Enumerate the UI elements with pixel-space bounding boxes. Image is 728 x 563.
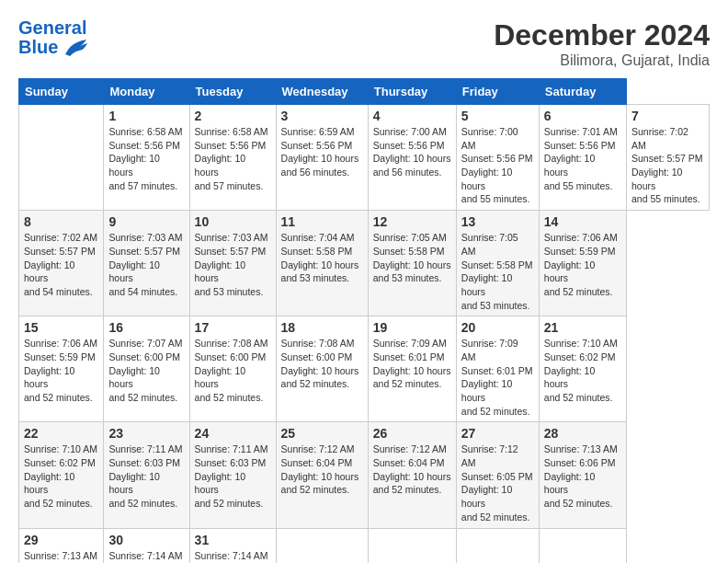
calendar-week-row: 1Sunrise: 6:58 AM Sunset: 5:56 PM Daylig… [19,105,710,211]
calendar-day-cell: 8Sunrise: 7:02 AM Sunset: 5:57 PM Daylig… [19,211,104,316]
day-info: Sunrise: 7:12 AM Sunset: 6:04 PM Dayligh… [373,442,451,497]
calendar-week-row: 15Sunrise: 7:06 AM Sunset: 5:59 PM Dayli… [19,316,710,422]
day-number: 31 [195,533,271,547]
day-info: Sunrise: 7:11 AM Sunset: 6:03 PM Dayligh… [195,442,271,510]
day-number: 20 [461,320,534,335]
day-number: 22 [24,426,98,441]
day-info: Sunrise: 7:02 AM Sunset: 5:57 PM Dayligh… [631,125,704,206]
day-info: Sunrise: 7:06 AM Sunset: 5:59 PM Dayligh… [544,231,621,298]
calendar-day-cell: 4Sunrise: 7:00 AM Sunset: 5:56 PM Daylig… [368,105,456,211]
calendar-day-cell: 17Sunrise: 7:08 AM Sunset: 6:00 PM Dayli… [189,316,276,422]
day-info: Sunrise: 7:03 AM Sunset: 5:57 PM Dayligh… [195,231,271,298]
day-number: 19 [373,320,451,335]
day-number: 9 [108,214,184,229]
day-info: Sunrise: 7:07 AM Sunset: 6:00 PM Dayligh… [108,337,184,404]
calendar-day-cell: 5Sunrise: 7:00 AM Sunset: 5:56 PM Daylig… [456,105,539,211]
calendar-day-cell: 26Sunrise: 7:12 AM Sunset: 6:04 PM Dayli… [368,422,456,528]
day-info: Sunrise: 7:04 AM Sunset: 5:58 PM Dayligh… [281,231,363,285]
location: Bilimora, Gujarat, India [494,52,710,69]
calendar-day-cell [276,528,368,563]
day-number: 21 [544,320,621,335]
day-info: Sunrise: 6:58 AM Sunset: 5:56 PM Dayligh… [108,125,184,192]
calendar-day-cell: 3Sunrise: 6:59 AM Sunset: 5:56 PM Daylig… [276,105,368,211]
month-title: December 2024 [494,18,710,52]
day-number: 10 [195,214,271,229]
calendar-day-cell: 7Sunrise: 7:02 AM Sunset: 5:57 PM Daylig… [626,105,709,211]
calendar-day-cell: 30Sunrise: 7:14 AM Sunset: 6:07 PM Dayli… [104,528,189,563]
calendar-table: SundayMondayTuesdayWednesdayThursdayFrid… [18,78,710,563]
day-info: Sunrise: 7:10 AM Sunset: 6:02 PM Dayligh… [24,442,98,510]
day-number: 27 [461,426,534,441]
calendar-week-row: 22Sunrise: 7:10 AM Sunset: 6:02 PM Dayli… [19,422,710,528]
calendar-day-cell: 24Sunrise: 7:11 AM Sunset: 6:03 PM Dayli… [189,422,276,528]
calendar-day-cell: 11Sunrise: 7:04 AM Sunset: 5:58 PM Dayli… [276,211,368,316]
day-info: Sunrise: 7:00 AM Sunset: 5:56 PM Dayligh… [373,125,451,179]
day-number: 16 [108,320,184,335]
calendar-day-cell: 13Sunrise: 7:05 AM Sunset: 5:58 PM Dayli… [456,211,539,316]
day-info: Sunrise: 7:05 AM Sunset: 5:58 PM Dayligh… [461,231,534,312]
day-number: 3 [281,109,363,123]
day-info: Sunrise: 7:03 AM Sunset: 5:57 PM Dayligh… [108,231,184,298]
day-info: Sunrise: 7:09 AM Sunset: 6:01 PM Dayligh… [461,337,534,418]
day-number: 11 [281,214,363,229]
empty-cell [19,105,104,211]
day-number: 17 [195,320,271,335]
calendar-day-cell: 21Sunrise: 7:10 AM Sunset: 6:02 PM Dayli… [539,316,626,422]
day-info: Sunrise: 7:08 AM Sunset: 6:00 PM Dayligh… [281,337,363,391]
calendar-day-cell: 28Sunrise: 7:13 AM Sunset: 6:06 PM Dayli… [539,422,626,528]
day-info: Sunrise: 7:00 AM Sunset: 5:56 PM Dayligh… [461,125,534,206]
calendar-day-cell: 18Sunrise: 7:08 AM Sunset: 6:00 PM Dayli… [276,316,368,422]
calendar-day-cell: 23Sunrise: 7:11 AM Sunset: 6:03 PM Dayli… [104,422,189,528]
day-number: 26 [373,426,451,441]
day-info: Sunrise: 7:01 AM Sunset: 5:56 PM Dayligh… [544,125,621,192]
day-number: 4 [373,109,451,123]
day-number: 28 [544,426,621,441]
calendar-day-cell: 10Sunrise: 7:03 AM Sunset: 5:57 PM Dayli… [189,211,276,316]
calendar-day-cell: 31Sunrise: 7:14 AM Sunset: 6:07 PM Dayli… [189,528,276,563]
calendar-day-cell: 25Sunrise: 7:12 AM Sunset: 6:04 PM Dayli… [276,422,368,528]
day-number: 30 [108,533,184,547]
day-info: Sunrise: 7:02 AM Sunset: 5:57 PM Dayligh… [24,231,98,298]
day-number: 18 [281,320,363,335]
day-number: 5 [461,109,534,123]
day-number: 12 [373,214,451,229]
day-info: Sunrise: 7:05 AM Sunset: 5:58 PM Dayligh… [373,231,451,285]
logo-line2: Blue [18,37,58,58]
day-info: Sunrise: 7:10 AM Sunset: 6:02 PM Dayligh… [544,337,621,404]
calendar-day-cell: 1Sunrise: 6:58 AM Sunset: 5:56 PM Daylig… [104,105,189,211]
day-number: 7 [631,109,704,123]
day-number: 24 [195,426,271,441]
day-info: Sunrise: 6:58 AM Sunset: 5:56 PM Dayligh… [195,125,271,192]
header-thursday: Thursday [368,79,456,105]
calendar-week-row: 29Sunrise: 7:13 AM Sunset: 6:06 PM Dayli… [19,528,710,563]
calendar-day-cell: 12Sunrise: 7:05 AM Sunset: 5:58 PM Dayli… [368,211,456,316]
calendar-day-cell [539,528,626,563]
day-number: 25 [281,426,363,441]
calendar-day-cell [368,528,456,563]
day-number: 15 [24,320,98,335]
day-number: 6 [544,109,621,123]
day-number: 8 [24,214,98,229]
day-info: Sunrise: 7:08 AM Sunset: 6:00 PM Dayligh… [195,337,271,404]
page-header: General Blue December 2024 Bilimora, Guj… [18,18,710,69]
header-saturday: Saturday [539,79,626,105]
day-info: Sunrise: 7:14 AM Sunset: 6:07 PM Dayligh… [108,549,184,564]
day-info: Sunrise: 6:59 AM Sunset: 5:56 PM Dayligh… [281,125,363,179]
calendar-day-cell: 29Sunrise: 7:13 AM Sunset: 6:06 PM Dayli… [19,528,104,563]
logo-bird-icon [61,38,88,58]
title-block: December 2024 Bilimora, Gujarat, India [494,18,710,69]
day-info: Sunrise: 7:13 AM Sunset: 6:06 PM Dayligh… [24,549,98,564]
day-info: Sunrise: 7:12 AM Sunset: 6:04 PM Dayligh… [281,442,363,497]
day-info: Sunrise: 7:12 AM Sunset: 6:05 PM Dayligh… [461,442,534,523]
calendar-day-cell: 6Sunrise: 7:01 AM Sunset: 5:56 PM Daylig… [539,105,626,211]
calendar-day-cell: 19Sunrise: 7:09 AM Sunset: 6:01 PM Dayli… [368,316,456,422]
calendar-day-cell: 22Sunrise: 7:10 AM Sunset: 6:02 PM Dayli… [19,422,104,528]
calendar-day-cell: 14Sunrise: 7:06 AM Sunset: 5:59 PM Dayli… [539,211,626,316]
calendar-day-cell: 15Sunrise: 7:06 AM Sunset: 5:59 PM Dayli… [19,316,104,422]
calendar-header-row: SundayMondayTuesdayWednesdayThursdayFrid… [19,79,710,105]
day-info: Sunrise: 7:11 AM Sunset: 6:03 PM Dayligh… [108,442,184,510]
day-info: Sunrise: 7:09 AM Sunset: 6:01 PM Dayligh… [373,337,451,391]
calendar-day-cell: 20Sunrise: 7:09 AM Sunset: 6:01 PM Dayli… [456,316,539,422]
calendar-day-cell: 2Sunrise: 6:58 AM Sunset: 5:56 PM Daylig… [189,105,276,211]
logo-line1: General [18,18,88,37]
